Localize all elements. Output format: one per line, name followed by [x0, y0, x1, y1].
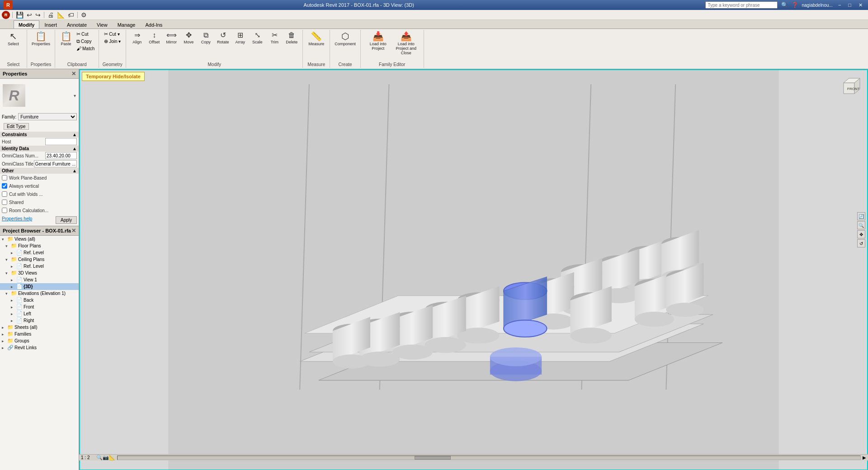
join-button[interactable]: ⊕ Join ▾	[103, 38, 122, 45]
tree-expand-icon: ▸	[2, 332, 7, 337]
tree-item[interactable]: ▾📁Views (all)	[0, 236, 79, 242]
shared-row: Shared	[0, 198, 79, 206]
tree-item[interactable]: ▸📄Left	[0, 310, 79, 317]
tree-item-label: 3D Views	[18, 271, 37, 275]
undo-button[interactable]: ↩	[26, 11, 33, 19]
measure-button[interactable]: 📐	[56, 11, 66, 19]
tab-insert[interactable]: Insert	[39, 20, 62, 28]
tree-item[interactable]: ▸📄View 1	[0, 276, 79, 283]
apply-button[interactable]: Apply	[56, 216, 77, 224]
close-button[interactable]: ✕	[857, 2, 864, 8]
h-scroll-thumb[interactable]	[415, 456, 451, 460]
tree-item[interactable]: ▸📄Right	[0, 317, 79, 324]
rotate-button[interactable]: ↺ Rotate	[215, 31, 231, 45]
shared-checkbox[interactable]	[2, 199, 7, 205]
geometry-small-col: ✂ Cut ▾ ⊕ Join ▾	[103, 31, 122, 45]
tree-item-label: View 1	[24, 277, 37, 282]
load-into-project-close-button[interactable]: 📤 Load into Project and Close	[392, 31, 420, 56]
tree-item[interactable]: ▸📄Ref. Level	[0, 263, 79, 270]
redo-button[interactable]: ↪	[34, 11, 42, 19]
tree-item[interactable]: ▾📁Elevations (Elevation 1)	[0, 290, 79, 297]
zoom-button[interactable]: 🔍	[857, 221, 865, 229]
properties-button[interactable]: 📋 Properties	[30, 31, 52, 47]
ribbon-group-modify: ⇒ Align ↕ Offset ⟺ Mirror ✥ Move ⧉ Cop	[126, 30, 303, 68]
revit-icon: R	[4, 0, 13, 9]
tag-button[interactable]: 🏷	[67, 11, 75, 19]
minimize-button[interactable]: −	[836, 2, 843, 8]
tree-item[interactable]: ▸📁Groups	[0, 337, 79, 344]
tree-item[interactable]: ▾📁Ceiling Plans	[0, 256, 79, 263]
trim-button[interactable]: ✂ Trim	[266, 31, 283, 45]
cut-geometry-button[interactable]: ✂ Cut ▾	[103, 31, 122, 38]
ribbon-group-measure: 📏 Measure Measure	[303, 30, 330, 68]
load-into-project-button[interactable]: 📥 Load into Project	[364, 31, 392, 52]
scale-icon: ⤡	[255, 32, 260, 39]
cut-icon: ✂	[76, 31, 80, 37]
delete-button[interactable]: 🗑 Delete	[283, 31, 300, 45]
search-input[interactable]	[705, 1, 778, 9]
tree-expand-icon: ▾	[5, 291, 11, 296]
mirror-label: Mirror	[166, 40, 177, 44]
other-section-header[interactable]: Other ▲	[0, 168, 79, 174]
tree-item[interactable]: ▸🔗Revit Links	[0, 344, 79, 351]
tree-item[interactable]: ▸📄{3D}	[0, 283, 79, 290]
scale-button[interactable]: ⤡ Scale	[249, 31, 265, 45]
view-icons: 🔍📷📐	[96, 455, 115, 461]
align-button[interactable]: ⇒ Align	[129, 31, 145, 45]
settings-icon[interactable]: ⚙	[80, 11, 88, 19]
h-scroll-track[interactable]	[117, 456, 861, 460]
select-button[interactable]: ↖ Constraints Select	[5, 31, 22, 47]
tree-item[interactable]: ▾📁Floor Plans	[0, 242, 79, 249]
copy-tool-button[interactable]: ⧉ Copy	[198, 31, 214, 45]
help-icon[interactable]: ❓	[792, 2, 798, 8]
print-button[interactable]: 🖨	[47, 11, 55, 19]
measure-tool-button[interactable]: 📏 Measure	[307, 31, 326, 47]
tree-item[interactable]: ▸📁Families	[0, 331, 79, 337]
cut-with-voids-label: Cut with Voids ...	[9, 192, 77, 197]
match-button[interactable]: 🖌 Match	[75, 45, 96, 52]
room-calculation-checkbox[interactable]	[2, 208, 7, 213]
tab-view[interactable]: View	[92, 20, 113, 28]
cut-with-voids-checkbox[interactable]	[2, 191, 7, 197]
nav-cube[interactable]: FRONT	[835, 74, 863, 103]
scroll-end-btn[interactable]: ▶	[863, 455, 866, 460]
edit-type-button[interactable]: Edit Type	[4, 123, 29, 130]
identity-data-section-header[interactable]: Identity Data ▲	[0, 146, 79, 152]
paste-button[interactable]: 📋 Paste	[58, 31, 74, 47]
family-row: Family: Furniture	[0, 112, 79, 121]
tree-item[interactable]: ▸📁Sheets (all)	[0, 324, 79, 331]
tab-manage[interactable]: Manage	[113, 20, 141, 28]
properties-close-button[interactable]: ✕	[71, 71, 76, 77]
maximize-button[interactable]: □	[846, 2, 853, 8]
offset-button[interactable]: ↕ Offset	[146, 31, 162, 45]
tab-annotate[interactable]: Annotate	[62, 20, 92, 28]
save-button[interactable]: 💾	[15, 11, 24, 19]
always-vertical-checkbox[interactable]	[2, 183, 7, 189]
tree-item[interactable]: ▸📄Ref. Level	[0, 249, 79, 256]
steering-wheels-button[interactable]: 🔄	[857, 212, 865, 220]
tab-modify[interactable]: Modify	[14, 20, 39, 28]
viewport[interactable]: Temporary Hide/Isolate	[79, 69, 868, 470]
work-plane-based-checkbox[interactable]	[2, 175, 7, 180]
family-select[interactable]: Furniture	[18, 113, 77, 120]
move-button[interactable]: ✥ Move	[180, 31, 197, 45]
ribbon-group-geometry: ✂ Cut ▾ ⊕ Join ▾ Geometry	[99, 30, 126, 68]
mirror-button[interactable]: ⟺ Mirror	[163, 31, 179, 45]
pan-button[interactable]: ✥	[857, 230, 865, 238]
search-icon[interactable]: 🔍	[781, 2, 788, 8]
copy-button[interactable]: ⧉ Copy	[75, 38, 96, 45]
constraints-section-header[interactable]: Constraints ▲	[0, 132, 79, 138]
cut-button[interactable]: ✂ Cut	[75, 31, 96, 38]
tree-item-icon: 📄	[16, 318, 23, 323]
array-button[interactable]: ⊞ Array	[232, 31, 248, 45]
revit-orb[interactable]: R	[2, 11, 10, 19]
tab-addins[interactable]: Add-Ins	[140, 20, 167, 28]
project-browser-close-button[interactable]: ✕	[71, 228, 76, 234]
orbit-button[interactable]: ↺	[857, 239, 865, 247]
tree-item[interactable]: ▾📁3D Views	[0, 270, 79, 276]
tree-item[interactable]: ▸📄Front	[0, 304, 79, 310]
component-button[interactable]: ⬡ Component	[333, 31, 358, 47]
constraints-collapse-icon: ▲	[72, 132, 77, 137]
properties-help-link[interactable]: Properties help	[2, 216, 32, 224]
tree-item[interactable]: ▸📄Back	[0, 297, 79, 304]
